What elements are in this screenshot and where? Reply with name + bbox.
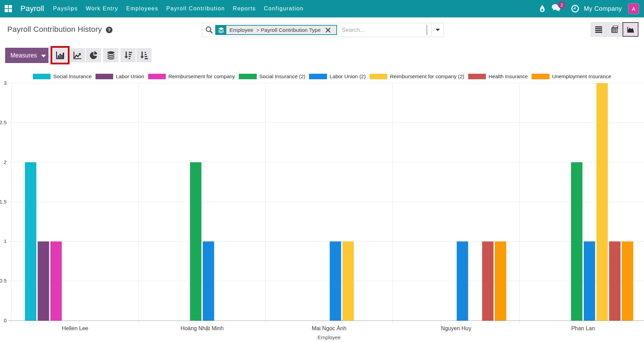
svg-text:Nguyen Huy: Nguyen Huy [441,325,471,331]
svg-text:1: 1 [4,238,7,244]
svg-text:0.5: 0.5 [0,278,7,284]
svg-text:Hellen Lee: Hellen Lee [62,325,89,331]
svg-text:Employee: Employee [318,334,341,340]
svg-text:Hoàng Nhật Minh: Hoàng Nhật Minh [181,325,224,331]
svg-text:Phan Lan: Phan Lan [571,325,595,331]
svg-text:1.5: 1.5 [0,199,7,205]
svg-text:2.5: 2.5 [0,119,7,125]
svg-text:2: 2 [4,159,7,165]
svg-text:3: 3 [4,80,7,86]
svg-text:Mai Ngọc Ánh: Mai Ngọc Ánh [312,325,347,331]
svg-text:0: 0 [4,317,7,323]
